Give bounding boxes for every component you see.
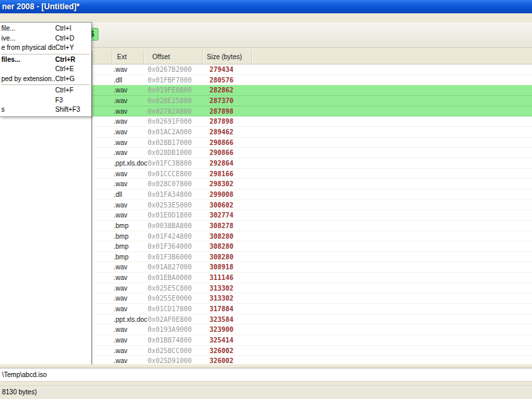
menu-item[interactable]: ped by extension... Ctrl+G bbox=[0, 74, 91, 84]
menu-item-label bbox=[1, 86, 55, 96]
row-icon-cell bbox=[92, 335, 112, 345]
cell-size: 287370 bbox=[202, 96, 251, 106]
menu-separator bbox=[1, 84, 90, 85]
cell-offset: 0x0255E0000 bbox=[144, 293, 202, 303]
cell-ext: .wav bbox=[112, 293, 144, 303]
column-header-size[interactable]: Size (bytes) bbox=[202, 51, 251, 64]
row-icon-cell bbox=[92, 96, 112, 106]
table-row[interactable]: .bmp 0x01F424800 308280 bbox=[92, 231, 532, 242]
table-row[interactable]: .wav 0x025E5C800 313302 bbox=[92, 283, 532, 294]
cell-size: 292864 bbox=[202, 158, 251, 168]
table-row[interactable]: .dll 0x01FA34800 299008 bbox=[92, 190, 532, 200]
menu-item[interactable]: Ctrl+E bbox=[0, 65, 91, 74]
cell-offset: 0x028E25800 bbox=[144, 96, 202, 106]
cell-size: 298166 bbox=[202, 169, 251, 179]
table-row[interactable]: .wav 0x01AC2A000 289462 bbox=[92, 127, 532, 138]
column-header-ext[interactable]: Ext bbox=[112, 51, 144, 64]
table-row[interactable]: .wav 0x028DB1000 290866 bbox=[92, 148, 532, 158]
cell-size: 287898 bbox=[202, 106, 251, 116]
table-row[interactable]: .wav 0x028E25800 287370 bbox=[92, 96, 532, 106]
menu-item[interactable]: F3 bbox=[0, 96, 91, 106]
cell-ext: .wav bbox=[112, 283, 144, 293]
cell-ext: .wav bbox=[112, 346, 144, 356]
table-row[interactable]: .wav 0x0267B2000 279434 bbox=[92, 65, 532, 75]
table-row[interactable]: .wav 0x0193A9000 323900 bbox=[92, 325, 532, 335]
menu-item[interactable]: ive... Ctrl+D bbox=[0, 34, 91, 44]
table-row[interactable]: .dll 0x01FBF7000 280576 bbox=[92, 75, 532, 86]
cell-size: 325414 bbox=[202, 335, 251, 345]
cell-offset: 0x01FA34800 bbox=[144, 190, 202, 200]
cell-size: 317884 bbox=[202, 304, 251, 314]
cell-size: 279434 bbox=[202, 65, 251, 74]
menu-item[interactable]: files... Ctrl+R bbox=[0, 55, 91, 65]
table-row[interactable]: .wav 0x02702A800 287898 bbox=[92, 106, 532, 117]
cell-offset: 0x01CD17800 bbox=[144, 304, 202, 314]
row-icon-cell bbox=[92, 148, 112, 158]
table-row[interactable]: .ppt.xls.doc 0x01FC3B800 292864 bbox=[92, 158, 532, 169]
table-row[interactable]: .wav 0x025D91000 326002 bbox=[92, 356, 532, 364]
cell-size: 311146 bbox=[202, 273, 251, 283]
cell-size: 326002 bbox=[202, 356, 251, 364]
row-icon-cell bbox=[92, 179, 112, 189]
cell-ext: .wav bbox=[112, 325, 144, 334]
menu-item-shortcut: Ctrl+D bbox=[55, 34, 87, 44]
table-row[interactable]: .wav 0x01E0D1800 302774 bbox=[92, 210, 532, 221]
row-icon-cell bbox=[92, 221, 112, 231]
cell-size: 313302 bbox=[202, 283, 251, 293]
row-icon-cell bbox=[92, 241, 112, 251]
cell-offset: 0x01F3B6000 bbox=[144, 252, 202, 262]
column-header-icon bbox=[92, 51, 112, 64]
table-row[interactable]: .wav 0x01A827000 308918 bbox=[92, 262, 532, 273]
menu-item[interactable]: e from physical disk... Ctrl+Y bbox=[0, 43, 91, 53]
menu-item[interactable]: Ctrl+F bbox=[0, 86, 91, 96]
table-row[interactable]: .wav 0x01EBA0000 311146 bbox=[92, 273, 532, 283]
table-row[interactable]: .bmp 0x0038BA800 308278 bbox=[92, 221, 532, 231]
cell-ext: .wav bbox=[112, 116, 144, 126]
title-bar[interactable]: ner 2008 - [Untitled]* bbox=[0, 0, 532, 13]
table-row[interactable]: .wav 0x028B17000 290866 bbox=[92, 138, 532, 148]
table-row[interactable]: .wav 0x0258CC000 326002 bbox=[92, 346, 532, 356]
table-row[interactable]: .wav 0x01B874800 325414 bbox=[92, 335, 532, 346]
table-row[interactable]: .bmp 0x01F364000 308280 bbox=[92, 241, 532, 252]
row-icon-cell bbox=[92, 106, 112, 116]
menu-item-shortcut: F3 bbox=[55, 96, 87, 106]
row-icon-cell bbox=[92, 325, 112, 334]
cell-size: 280576 bbox=[202, 75, 251, 85]
cell-ext: .wav bbox=[112, 65, 144, 74]
file-menu-dropdown: file... Ctrl+I ive... Ctrl+D e from phys… bbox=[0, 22, 92, 117]
cell-size: 308280 bbox=[202, 252, 251, 262]
cell-offset: 0x028B17000 bbox=[144, 138, 202, 148]
table-row[interactable]: .wav 0x01CD17800 317884 bbox=[92, 304, 532, 315]
menu-item[interactable]: file... Ctrl+I bbox=[0, 24, 91, 34]
cell-ext: .wav bbox=[112, 179, 144, 189]
row-icon-cell bbox=[92, 304, 112, 314]
menu-item-label: ped by extension... bbox=[1, 74, 55, 84]
menu-item-shortcut: Ctrl+E bbox=[55, 65, 87, 74]
cell-size: 289462 bbox=[202, 127, 251, 137]
cell-size: 323900 bbox=[202, 325, 251, 334]
cell-offset: 0x019FE0800 bbox=[144, 85, 202, 95]
cell-ext: .wav bbox=[112, 169, 144, 179]
cell-size: 302774 bbox=[202, 210, 251, 220]
cell-size: 298302 bbox=[202, 179, 251, 189]
table-row[interactable]: .wav 0x01CCCE800 298166 bbox=[92, 169, 532, 180]
row-icon-cell bbox=[92, 210, 112, 220]
row-icon-cell bbox=[92, 138, 112, 148]
menu-item[interactable]: s Shift+F3 bbox=[0, 105, 91, 115]
row-icon-cell bbox=[92, 169, 112, 179]
table-row[interactable]: .wav 0x0255E0000 313302 bbox=[92, 293, 532, 304]
table-row[interactable]: .wav 0x0253E5000 300602 bbox=[92, 200, 532, 211]
cell-offset: 0x01CCCE800 bbox=[144, 169, 202, 179]
menu-item-label: e from physical disk... bbox=[1, 43, 55, 53]
cell-offset: 0x02691F000 bbox=[144, 116, 202, 126]
cell-ext: .wav bbox=[112, 148, 144, 158]
table-row[interactable]: .bmp 0x01F3B6000 308280 bbox=[92, 252, 532, 263]
cell-size: 282862 bbox=[202, 85, 251, 95]
cell-size: 308918 bbox=[202, 262, 251, 272]
table-row[interactable]: .wav 0x019FE0800 282862 bbox=[92, 85, 532, 96]
table-row[interactable]: .ppt.xls.doc 0x02AF0E800 323584 bbox=[92, 315, 532, 325]
table-row[interactable]: .wav 0x028C07800 298302 bbox=[92, 179, 532, 190]
table-row[interactable]: .wav 0x02691F000 287898 bbox=[92, 116, 532, 127]
menu-item-label: file... bbox=[1, 24, 55, 34]
column-header-offset[interactable]: Offset bbox=[144, 51, 202, 64]
